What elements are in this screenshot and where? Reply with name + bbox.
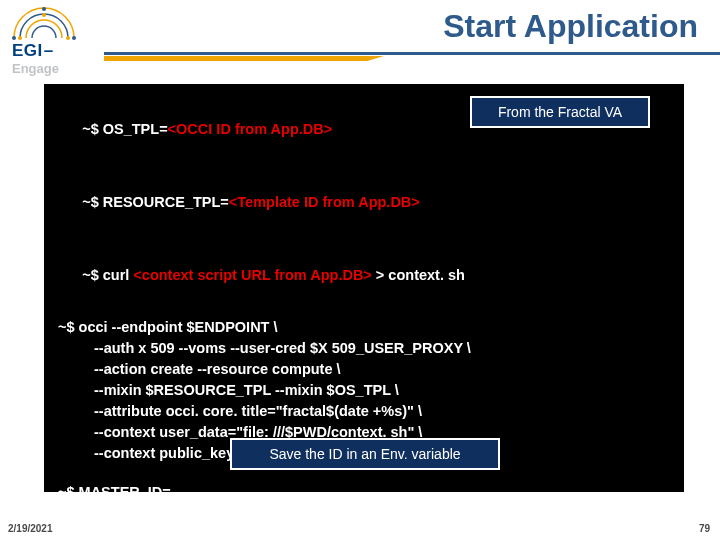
term-text: ~$ RESOURCE_TPL= <box>82 194 229 210</box>
svg-point-1 <box>72 36 76 40</box>
svg-point-3 <box>66 36 70 40</box>
term-occi-line: --auth x 509 --voms --user-cred $X 509_U… <box>94 338 668 359</box>
callout-save-env: Save the ID in an Env. variable <box>230 438 500 470</box>
logo-arcs-icon <box>12 6 76 40</box>
svg-point-4 <box>42 7 46 11</box>
term-occi-line: --mixin $RESOURCE_TPL --mixin $OS_TPL \ <box>94 380 668 401</box>
title-rule <box>104 52 720 55</box>
term-occi-line: --attribute occi. core. title="fractal$(… <box>94 401 668 422</box>
term-placeholder: <context script URL from App.DB> <box>133 267 371 283</box>
term-text: > context. sh <box>372 267 465 283</box>
term-occi-line: --action create --resource compute \ <box>94 359 668 380</box>
header: EGI–Engage Start Application <box>0 0 720 72</box>
logo: EGI–Engage <box>12 6 96 75</box>
term-text: ~$ OS_TPL= <box>82 121 167 137</box>
term-occi-line: ~$ occi --endpoint $ENDPOINT \ <box>58 317 668 338</box>
term-text: ~$ curl <box>82 267 133 283</box>
footer-date: 2/19/2021 <box>8 523 53 534</box>
title-accent <box>104 56 384 61</box>
logo-dash: – <box>44 42 53 59</box>
term-line-curl: ~$ curl <context script URL from App.DB>… <box>58 244 668 307</box>
logo-text: EGI–Engage <box>12 42 96 75</box>
term-placeholder: <OCCI ID from App.DB> <box>168 121 333 137</box>
slide: EGI–Engage Start Application ~$ OS_TPL=<… <box>0 0 720 540</box>
term-placeholder: <Template ID from App.DB> <box>229 194 420 210</box>
svg-point-2 <box>18 36 22 40</box>
term-line-master: ~$ MASTER_ID=. . . <box>58 482 668 503</box>
callout-fractal-va: From the Fractal VA <box>470 96 650 128</box>
svg-point-5 <box>42 13 46 17</box>
terminal-block: ~$ OS_TPL=<OCCI ID from App.DB> From the… <box>44 84 684 492</box>
logo-egi: EGI <box>12 42 43 59</box>
page-title: Start Application <box>443 8 698 45</box>
svg-point-0 <box>12 36 16 40</box>
logo-engage: Engage <box>12 62 59 75</box>
footer-page: 79 <box>699 523 710 534</box>
term-line-resource_tpl: ~$ RESOURCE_TPL=<Template ID from App.DB… <box>58 171 668 234</box>
